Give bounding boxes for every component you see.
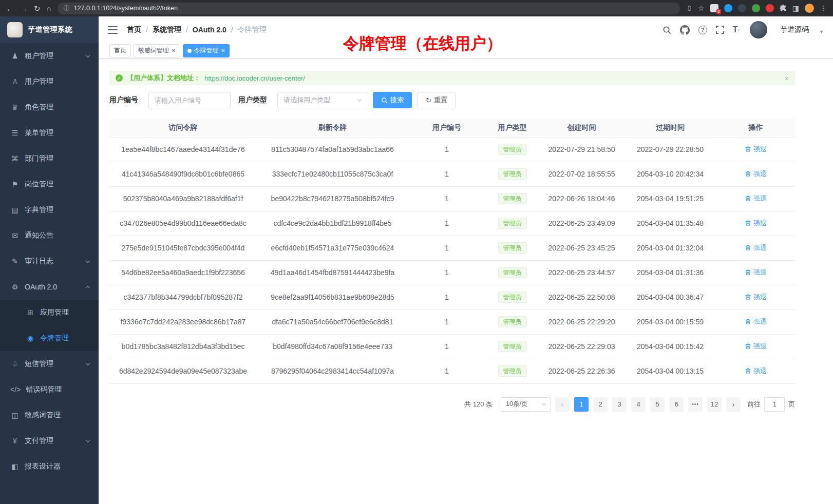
- extension-icon-2[interactable]: [724, 4, 732, 12]
- chevron-down-icon[interactable]: ▼: [819, 29, 824, 34]
- force-logout-button[interactable]: 强退: [745, 317, 767, 326]
- search-icon: [381, 97, 388, 104]
- force-logout-button[interactable]: 强退: [745, 169, 767, 179]
- sidebar-item-menu[interactable]: ☰ 菜单管理: [0, 120, 99, 146]
- sidebar-item-dict[interactable]: ▤ 字典管理: [0, 197, 99, 223]
- page-1-button[interactable]: 1: [574, 397, 589, 412]
- more-pages-button[interactable]: •••: [688, 397, 703, 412]
- extension-icon-1[interactable]: 0: [710, 4, 718, 12]
- force-logout-button[interactable]: 强退: [745, 145, 767, 154]
- sidebar-item-pay[interactable]: ¥ 支付管理: [0, 428, 99, 454]
- next-page-button[interactable]: ›: [726, 397, 741, 412]
- sms-shield-icon: ♤: [10, 360, 20, 368]
- report-layout-icon: ◧: [10, 462, 20, 471]
- sidebar-item-tenant[interactable]: ♟ 租户管理: [0, 43, 99, 69]
- sidebar-item-oauth2[interactable]: ⚙ OAuth 2.0: [0, 274, 99, 300]
- extension-icon-5[interactable]: [766, 4, 774, 12]
- home-icon[interactable]: ⌂: [47, 5, 51, 12]
- tab-oauth2-token[interactable]: 令牌管理 ×: [183, 44, 230, 57]
- share-icon[interactable]: ⇧: [686, 4, 692, 12]
- page-12-button[interactable]: 12: [707, 397, 722, 412]
- user-id-input[interactable]: [148, 92, 231, 108]
- token-signal-icon: ◉: [26, 334, 35, 342]
- success-check-icon: ✓: [116, 74, 123, 82]
- forward-icon[interactable]: →: [20, 5, 28, 12]
- force-logout-button[interactable]: 强退: [745, 342, 767, 351]
- dict-book-icon: ▤: [10, 206, 20, 214]
- user-avatar[interactable]: [750, 21, 767, 38]
- breadcrumb-item[interactable]: 首页: [127, 25, 141, 34]
- sidebar-item-report-designer[interactable]: ◧ 报表设计器: [0, 454, 99, 479]
- app-logo[interactable]: 芋道管理系统: [0, 16, 99, 43]
- tab-sensitive-word[interactable]: 敏感词管理 ×: [134, 44, 180, 57]
- user-type-tag: 管理员: [498, 242, 527, 254]
- goto-page-input[interactable]: [764, 397, 785, 412]
- dept-tree-icon: ⌘: [10, 154, 20, 163]
- search-icon[interactable]: [662, 26, 671, 34]
- force-logout-button[interactable]: 强退: [745, 243, 767, 253]
- github-icon[interactable]: [680, 25, 690, 35]
- force-logout-button[interactable]: 强退: [745, 366, 767, 376]
- sidebar-item-role[interactable]: ♛ 角色管理: [0, 94, 99, 120]
- alert-close-icon[interactable]: ×: [784, 74, 789, 83]
- table-row: 54d6be82ee5a460a9aedc1f9bf223656 49d1aa4…: [109, 260, 795, 285]
- page-6-button[interactable]: 6: [669, 397, 684, 412]
- force-logout-button[interactable]: 强退: [745, 219, 767, 228]
- logo-image: [7, 22, 23, 37]
- breadcrumb-item[interactable]: OAuth 2.0: [193, 26, 226, 34]
- force-logout-button[interactable]: 强退: [745, 293, 767, 302]
- search-button[interactable]: 搜索: [373, 92, 412, 108]
- page-size-select[interactable]: 10条/页: [501, 397, 551, 412]
- sidebar-collapse-icon[interactable]: [108, 26, 118, 34]
- close-icon[interactable]: ×: [221, 47, 225, 54]
- page-3-button[interactable]: 3: [612, 397, 627, 412]
- breadcrumb-item[interactable]: 系统管理: [153, 25, 181, 34]
- sidebar-item-notice[interactable]: ✉ 通知公告: [0, 223, 99, 248]
- page-content: ✓ 【用户体系】文档地址： https://doc.iocoder.cn/use…: [99, 59, 833, 504]
- address-bar[interactable]: ⓘ 127.0.0.1:1024/system/oauth2/token: [58, 3, 680, 14]
- extension-icon-3[interactable]: [738, 4, 746, 12]
- reset-button[interactable]: ↻ 重置: [418, 92, 456, 108]
- force-logout-button[interactable]: 强退: [745, 194, 767, 203]
- search-form: 用户编号 用户类型 请选择用户类型 搜索 ↻ 重置: [109, 92, 833, 108]
- chevron-down-icon: [542, 401, 546, 405]
- browser-menu-icon[interactable]: ⋮: [820, 4, 827, 12]
- sidebar-item-oauth2-token[interactable]: ◉ 令牌管理: [0, 325, 99, 351]
- sidebar-item-error-code[interactable]: </> 错误码管理: [0, 377, 99, 402]
- page-5-button[interactable]: 5: [650, 397, 665, 412]
- table-row: 1ea5e44f8bc1467aaede43144f31de76 811c530…: [109, 137, 795, 162]
- extensions-puzzle-icon[interactable]: [780, 5, 787, 12]
- page-2-button[interactable]: 2: [593, 397, 608, 412]
- chevron-down-icon: [86, 361, 90, 365]
- sidebar-item-oauth2-application[interactable]: ⊞ 应用管理: [0, 300, 99, 325]
- user-name[interactable]: 芋道源码: [780, 25, 809, 34]
- doc-link[interactable]: https://doc.iocoder.cn/user-center/: [204, 74, 305, 82]
- refresh-icon: ↻: [426, 96, 431, 104]
- sidebar-item-sensitive-word[interactable]: ◫ 敏感词管理: [0, 402, 99, 428]
- main-area: 首页/系统管理/OAuth 2.0/令牌管理 ? T↕ 芋道源码 ▼ 首页: [99, 16, 833, 504]
- reload-icon[interactable]: ↻: [34, 5, 41, 12]
- sidebar-item-audit-log[interactable]: ✎ 审计日志: [0, 248, 99, 274]
- browser-panel-icon[interactable]: ◨: [792, 4, 799, 12]
- sidebar-item-post[interactable]: ⚑ 岗位管理: [0, 171, 99, 197]
- navbar-right: ? T↕ 芋道源码 ▼: [662, 21, 824, 38]
- user-type-tag: 管理员: [498, 267, 527, 278]
- goto-unit: 页: [788, 400, 795, 409]
- user-type-select[interactable]: 请选择用户类型: [277, 92, 367, 108]
- fullscreen-icon[interactable]: [716, 26, 724, 34]
- extension-icon-4[interactable]: [752, 4, 760, 12]
- sidebar-item-dept[interactable]: ⌘ 部门管理: [0, 146, 99, 171]
- page-4-button[interactable]: 4: [631, 397, 646, 412]
- site-info-icon[interactable]: ⓘ: [64, 4, 70, 13]
- tab-home[interactable]: 首页: [109, 44, 131, 57]
- prev-page-button[interactable]: ‹: [555, 397, 570, 412]
- force-logout-button[interactable]: 强退: [745, 268, 767, 277]
- help-icon[interactable]: ?: [698, 26, 707, 34]
- sidebar-item-user[interactable]: ♙ 用户管理: [0, 69, 99, 94]
- browser-profile-avatar[interactable]: [805, 4, 814, 13]
- close-icon[interactable]: ×: [172, 47, 176, 54]
- font-size-icon[interactable]: T↕: [733, 25, 740, 34]
- back-icon[interactable]: ←: [6, 5, 14, 12]
- sidebar-item-sms[interactable]: ♤ 短信管理: [0, 351, 99, 377]
- bookmark-star-icon[interactable]: ☆: [698, 4, 705, 12]
